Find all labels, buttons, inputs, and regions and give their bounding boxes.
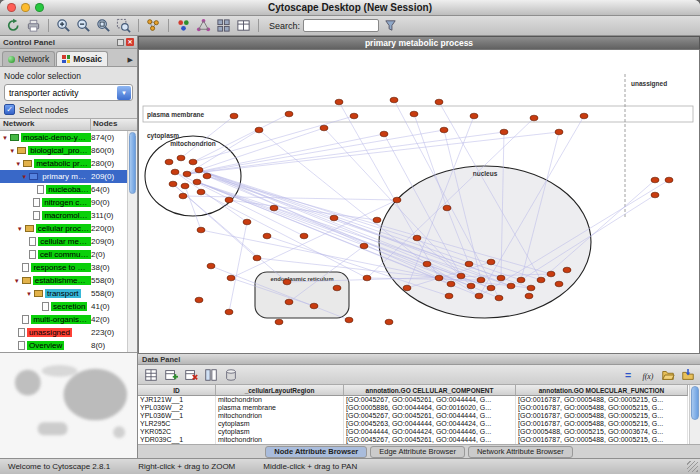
network-node[interactable] xyxy=(197,189,205,195)
network-node[interactable] xyxy=(651,177,659,183)
tree-item-multi-organism-pro[interactable]: multi-organism pro...42(0) xyxy=(0,313,127,326)
database-icon[interactable] xyxy=(222,366,239,383)
birds-eye-view[interactable] xyxy=(0,352,137,458)
tree-item-cellular-process[interactable]: ▼cellular process220(0) xyxy=(0,222,127,235)
network-node[interactable] xyxy=(345,317,353,323)
network-node[interactable] xyxy=(189,159,197,165)
network-node[interactable] xyxy=(225,197,233,203)
network-node[interactable] xyxy=(555,129,563,135)
table-row[interactable]: YLR295Ccytoplasm[GO:0045263, GO:0044444,… xyxy=(138,420,689,428)
zoom-out-icon[interactable] xyxy=(75,17,92,34)
network-node[interactable] xyxy=(203,173,211,179)
tab-network-attribute-browser[interactable]: Network Attribute Browser xyxy=(468,446,573,458)
network-node[interactable] xyxy=(423,261,431,267)
tree-item-mosaic-demo-yeast[interactable]: ▼mosaic-demo-yeast874(0) xyxy=(0,131,127,144)
network-node[interactable] xyxy=(380,131,388,137)
tree-item-overview[interactable]: Overview8(0) xyxy=(0,339,127,352)
delete-attribute-icon[interactable] xyxy=(182,366,199,383)
equals-icon[interactable]: = xyxy=(619,366,636,383)
network-node[interactable] xyxy=(227,275,235,281)
zoom-fit-icon[interactable] xyxy=(95,17,112,34)
network-node[interactable] xyxy=(555,281,563,287)
network-node[interactable] xyxy=(525,293,533,299)
printer-icon[interactable] xyxy=(25,17,42,34)
network-node[interactable] xyxy=(465,261,473,267)
network-node[interactable] xyxy=(563,267,571,273)
close-panel-icon[interactable]: ✕ xyxy=(126,38,134,46)
network-node[interactable] xyxy=(300,233,308,239)
select-attributes-icon[interactable] xyxy=(142,366,159,383)
vizmapper-icon[interactable] xyxy=(175,17,192,34)
network-node[interactable] xyxy=(390,97,398,103)
network-node[interactable] xyxy=(393,197,401,203)
tab-network[interactable]: Network xyxy=(2,51,55,66)
network-node[interactable] xyxy=(467,283,475,289)
column-header[interactable]: annotation.GO CELLULAR_COMPONENT xyxy=(344,385,516,396)
network-column-header[interactable]: Network xyxy=(0,119,91,130)
column-header[interactable]: ID xyxy=(138,385,216,396)
network-node[interactable] xyxy=(333,285,341,291)
network-node[interactable] xyxy=(195,297,203,303)
network-node[interactable] xyxy=(665,177,673,183)
title-bar[interactable]: Cytoscape Desktop (New Session) xyxy=(0,0,700,16)
tree-item-nitrogen-compo[interactable]: nitrogen compo...90(0) xyxy=(0,196,127,209)
network-node[interactable] xyxy=(403,285,411,291)
tree-item-macromolecule[interactable]: macromolecule...311(0) xyxy=(0,209,127,222)
expand-arrow-icon[interactable]: ▼ xyxy=(9,148,17,154)
refresh-icon[interactable] xyxy=(5,17,22,34)
network-edge[interactable] xyxy=(187,130,444,174)
select-nodes-checkbox[interactable]: ✓ xyxy=(4,104,15,115)
network-node[interactable] xyxy=(310,303,318,309)
import-icon[interactable] xyxy=(679,366,696,383)
search-input[interactable] xyxy=(303,19,379,32)
network-edge[interactable] xyxy=(187,132,504,174)
tree-item-primary-metab[interactable]: ▼primary metab...209(0) xyxy=(0,170,127,183)
tree-column-header[interactable]: Network Nodes xyxy=(0,118,137,131)
network-edge[interactable] xyxy=(187,128,324,174)
table-icon[interactable] xyxy=(235,17,252,34)
network-node[interactable] xyxy=(253,255,261,261)
network-node[interactable] xyxy=(435,99,443,105)
network-node[interactable] xyxy=(413,235,421,241)
network-node[interactable] xyxy=(440,127,448,133)
network-node[interactable] xyxy=(207,263,215,269)
network-node[interactable] xyxy=(475,293,483,299)
network-node[interactable] xyxy=(255,127,263,133)
table-row[interactable]: YPL036W__1mitochondrion[GO:0045267, GO:0… xyxy=(138,412,689,420)
network-node[interactable] xyxy=(285,299,293,305)
network-node[interactable] xyxy=(320,125,328,131)
minimize-button[interactable] xyxy=(21,3,30,12)
table-row[interactable]: YKR052Ccytoplasm[GO:0044444, GO:0044424,… xyxy=(138,428,689,436)
tree-item-transport[interactable]: ▼transport558(0) xyxy=(0,287,127,300)
network-node[interactable] xyxy=(580,113,588,119)
network-node[interactable] xyxy=(183,171,191,177)
tree-item-unassigned[interactable]: unassigned223(0) xyxy=(0,326,127,339)
network-node[interactable] xyxy=(527,285,535,291)
network-node[interactable] xyxy=(547,271,555,277)
network-node[interactable] xyxy=(457,273,465,279)
network-node[interactable] xyxy=(335,99,343,105)
tree-item-establishment-of-lo[interactable]: ▼establishment of lo...558(0) xyxy=(0,274,127,287)
tree-item-response-to-stimul[interactable]: response to stimul...38(0) xyxy=(0,261,127,274)
function-icon[interactable]: f(x) xyxy=(639,366,656,383)
tree-item-cell-communica[interactable]: cell communica...2(0) xyxy=(0,248,127,261)
zoom-button[interactable] xyxy=(35,3,44,12)
new-attribute-icon[interactable] xyxy=(162,366,179,383)
network-node[interactable] xyxy=(195,167,203,173)
network-node[interactable] xyxy=(225,309,233,315)
network-canvas-svg[interactable]: plasma membranecytoplasmmitochondrionnuc… xyxy=(139,50,699,353)
table-row[interactable]: YDR039C__1mitochondrion[GO:0045267, GO:0… xyxy=(138,436,689,444)
network-node[interactable] xyxy=(263,233,271,239)
network-node[interactable] xyxy=(487,259,495,265)
float-panel-icon[interactable] xyxy=(117,39,124,46)
tab-edge-attribute-browser[interactable]: Edge Attribute Browser xyxy=(370,446,465,458)
network-node[interactable] xyxy=(169,181,177,187)
tab-mosaic[interactable]: Mosaic xyxy=(56,51,108,66)
network-node[interactable] xyxy=(443,205,451,211)
network-edge[interactable] xyxy=(187,134,384,174)
network-node[interactable] xyxy=(243,219,251,225)
network-node[interactable] xyxy=(385,319,393,325)
table-row[interactable]: YJR121W__1mitochondrion[GO:0045267, GO:0… xyxy=(138,396,689,404)
network-node[interactable] xyxy=(197,227,205,233)
network-node[interactable] xyxy=(181,183,189,189)
